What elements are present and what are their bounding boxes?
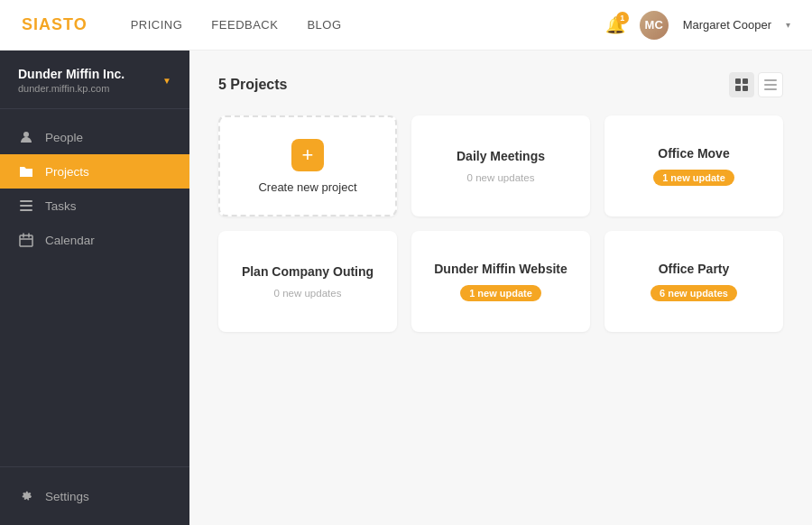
company-selector[interactable]: Dunder Miffin Inc. dunder.miffin.kp.com … [0,51,189,109]
person-icon [18,130,34,144]
company-chevron-icon: ▼ [162,76,171,86]
project-name-dunder-website: Dunder Miffin Website [434,262,567,276]
company-name: Dunder Miffin Inc. [18,67,125,81]
svg-rect-10 [764,84,777,86]
create-project-card[interactable]: + Create new project [218,115,397,216]
project-name-office-move: Office Move [658,146,729,161]
sidebar-label-tasks: Tasks [45,199,77,213]
view-toggle [729,72,783,97]
list-view-icon [764,78,777,91]
topnav-right: 🔔 1 MC Margaret Cooper ▾ [605,11,790,40]
svg-rect-11 [764,88,777,90]
project-name-daily-meetings: Daily Meetings [457,149,545,163]
top-nav: SIASTO PRICING FEEDBACK BLOG 🔔 1 MC Marg… [0,0,812,51]
svg-rect-5 [735,78,741,84]
sidebar-settings-label: Settings [45,490,89,503]
nav-pricing[interactable]: PRICING [131,18,183,32]
notification-badge: 1 [616,12,629,24]
content-header: 5 Projects [218,72,783,97]
sidebar-item-tasks[interactable]: Tasks [0,189,189,223]
projects-grid: + Create new project Daily Meetings 0 ne… [218,115,783,332]
create-icon: + [291,139,324,171]
project-name-company-outing: Plan Company Outing [242,264,374,279]
sidebar-nav: People Projects Tasks [0,109,189,466]
update-badge-office-move: 1 new update [653,170,734,186]
user-menu-chevron[interactable]: ▾ [786,20,790,30]
sidebar-bottom: Settings [0,466,189,525]
project-card-office-move[interactable]: Office Move 1 new update [604,115,783,216]
gear-icon [18,489,34,503]
nav-feedback[interactable]: FEEDBACK [211,18,278,32]
page-title: 5 Projects [218,77,287,93]
project-name-office-party: Office Party [659,262,730,276]
project-card-daily-meetings[interactable]: Daily Meetings 0 new updates [411,115,590,216]
nav-links: PRICING FEEDBACK BLOG [131,18,605,32]
company-url: dunder.miffin.kp.com [18,83,125,94]
company-info: Dunder Miffin Inc. dunder.miffin.kp.com [18,67,125,94]
list-view-button[interactable] [758,72,783,97]
user-name[interactable]: Margaret Cooper [683,18,771,32]
update-badge-office-party: 6 new updates [651,285,737,301]
sidebar-label-people: People [45,131,83,144]
logo[interactable]: SIASTO [22,15,88,34]
svg-rect-4 [20,235,32,246]
svg-rect-3 [20,209,32,211]
calendar-icon [18,233,34,247]
main-layout: Dunder Miffin Inc. dunder.miffin.kp.com … [0,51,812,525]
avatar: MC [640,11,669,40]
svg-rect-6 [743,78,748,84]
svg-rect-7 [735,86,741,91]
folder-icon [18,164,34,179]
sidebar-label-calendar: Calendar [45,234,95,247]
tasks-icon [18,198,34,213]
sidebar-item-settings[interactable]: Settings [18,482,171,511]
project-card-dunder-website[interactable]: Dunder Miffin Website 1 new update [411,231,590,332]
project-card-office-party[interactable]: Office Party 6 new updates [604,231,783,332]
sidebar-label-projects: Projects [45,165,89,179]
notification-bell[interactable]: 🔔 1 [605,15,625,35]
project-updates-daily-meetings: 0 new updates [467,172,535,183]
project-card-company-outing[interactable]: Plan Company Outing 0 new updates [218,231,397,332]
sidebar-item-calendar[interactable]: Calendar [0,223,189,257]
project-updates-company-outing: 0 new updates [274,288,342,299]
content-area: 5 Projects [189,51,812,525]
create-project-label: Create new project [258,180,356,194]
svg-point-0 [23,132,29,137]
avatar-image: MC [640,11,669,40]
sidebar-item-projects[interactable]: Projects [0,154,189,189]
svg-rect-1 [20,200,32,202]
sidebar-item-people[interactable]: People [0,120,189,154]
svg-rect-9 [764,79,777,81]
grid-view-icon [735,78,748,91]
grid-view-button[interactable] [729,72,754,97]
svg-rect-8 [743,86,748,91]
nav-blog[interactable]: BLOG [307,18,341,32]
sidebar: Dunder Miffin Inc. dunder.miffin.kp.com … [0,51,189,525]
svg-rect-2 [20,205,32,207]
update-badge-dunder-website: 1 new update [460,285,541,301]
